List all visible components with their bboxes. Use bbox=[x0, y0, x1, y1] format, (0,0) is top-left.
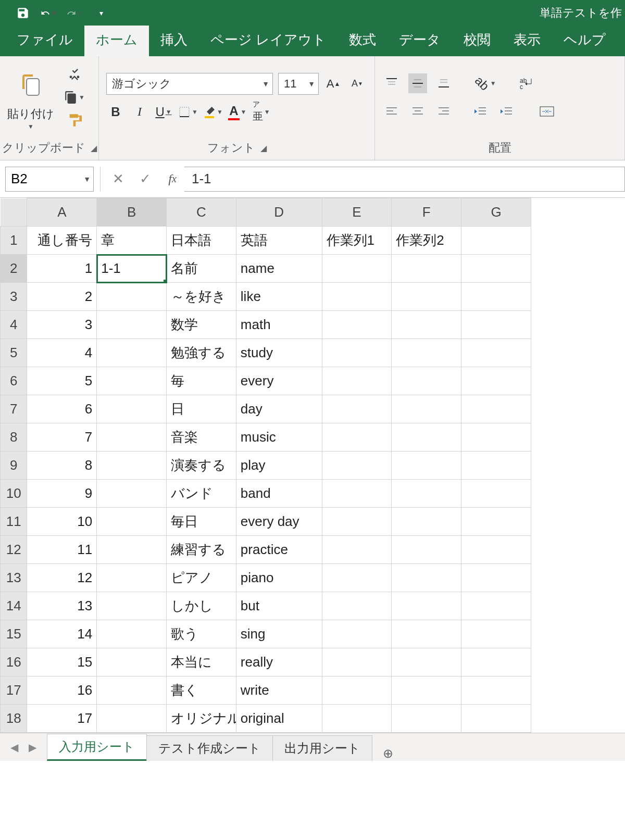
spreadsheet-grid[interactable]: ABCDEFG 1通し番号章日本語英語作業列1作業列2211-1名前name32… bbox=[0, 198, 625, 733]
cell[interactable]: math bbox=[236, 311, 322, 339]
column-header[interactable]: E bbox=[322, 198, 392, 227]
undo-button[interactable]: ▼ bbox=[41, 5, 57, 21]
increase-indent-button[interactable] bbox=[497, 102, 516, 121]
cell[interactable] bbox=[461, 648, 531, 676]
column-header[interactable]: G bbox=[461, 198, 531, 227]
cell[interactable] bbox=[392, 648, 461, 676]
decrease-indent-button[interactable] bbox=[471, 102, 490, 121]
row-header[interactable]: 16 bbox=[1, 648, 27, 676]
clipboard-launcher[interactable]: ◢ bbox=[91, 143, 97, 153]
cell[interactable]: study bbox=[236, 339, 322, 367]
cell[interactable] bbox=[97, 564, 167, 592]
fill-color-button[interactable]: ▼ bbox=[203, 102, 223, 122]
cell[interactable]: バンド bbox=[167, 480, 236, 508]
font-name-combo[interactable]: 游ゴシック▼ bbox=[106, 73, 273, 95]
align-left-button[interactable] bbox=[382, 102, 401, 121]
name-box[interactable] bbox=[5, 167, 94, 192]
cell[interactable]: but bbox=[236, 592, 322, 620]
cell[interactable]: 17 bbox=[27, 705, 97, 733]
row-header[interactable]: 14 bbox=[1, 592, 27, 620]
cell[interactable]: music bbox=[236, 423, 322, 452]
cell[interactable]: day bbox=[236, 395, 322, 423]
cell[interactable] bbox=[392, 676, 461, 705]
align-bottom-button[interactable] bbox=[434, 73, 453, 93]
cell[interactable]: 毎 bbox=[167, 367, 236, 395]
cell[interactable] bbox=[322, 564, 392, 592]
tab-view[interactable]: 表示 bbox=[502, 26, 552, 56]
cell[interactable]: every bbox=[236, 367, 322, 395]
tab-formulas[interactable]: 数式 bbox=[338, 26, 388, 56]
cell[interactable]: 13 bbox=[27, 592, 97, 620]
cell[interactable]: 演奏する bbox=[167, 452, 236, 480]
cell[interactable] bbox=[392, 564, 461, 592]
cell[interactable] bbox=[322, 620, 392, 648]
cell[interactable]: オリジナル bbox=[167, 705, 236, 733]
cell[interactable] bbox=[97, 452, 167, 480]
cell[interactable] bbox=[392, 705, 461, 733]
cell[interactable]: every day bbox=[236, 508, 322, 536]
cell[interactable]: 1 bbox=[27, 255, 97, 283]
redo-button[interactable]: ▼ bbox=[67, 5, 83, 21]
cell[interactable] bbox=[461, 227, 531, 255]
cell[interactable]: 5 bbox=[27, 367, 97, 395]
cell[interactable] bbox=[392, 480, 461, 508]
row-header[interactable]: 17 bbox=[1, 676, 27, 705]
column-header[interactable]: D bbox=[236, 198, 322, 227]
cell[interactable] bbox=[97, 311, 167, 339]
cell[interactable] bbox=[392, 283, 461, 311]
align-right-button[interactable] bbox=[434, 102, 453, 121]
cell[interactable]: 7 bbox=[27, 423, 97, 452]
cut-button[interactable] bbox=[63, 66, 86, 83]
row-header[interactable]: 15 bbox=[1, 620, 27, 648]
font-color-button[interactable]: A ▼ bbox=[228, 102, 247, 122]
cell[interactable]: really bbox=[236, 648, 322, 676]
row-header[interactable]: 6 bbox=[1, 367, 27, 395]
cell[interactable]: 作業列2 bbox=[392, 227, 461, 255]
cell[interactable]: 音楽 bbox=[167, 423, 236, 452]
cell[interactable] bbox=[461, 395, 531, 423]
row-header[interactable]: 2 bbox=[1, 255, 27, 283]
row-header[interactable]: 3 bbox=[1, 283, 27, 311]
borders-button[interactable]: ▼ bbox=[178, 102, 198, 122]
cell[interactable] bbox=[392, 508, 461, 536]
save-button[interactable] bbox=[15, 5, 31, 21]
cell[interactable] bbox=[461, 452, 531, 480]
cell[interactable] bbox=[322, 395, 392, 423]
phonetic-button[interactable]: ア亜 ▼ bbox=[252, 102, 271, 122]
cell[interactable] bbox=[322, 311, 392, 339]
tab-file[interactable]: ファイル bbox=[5, 26, 84, 56]
cell[interactable] bbox=[97, 283, 167, 311]
cell[interactable]: 4 bbox=[27, 339, 97, 367]
cell[interactable]: band bbox=[236, 480, 322, 508]
cell[interactable] bbox=[322, 255, 392, 283]
align-center-button[interactable] bbox=[408, 102, 427, 121]
cell[interactable] bbox=[322, 592, 392, 620]
cell[interactable] bbox=[392, 452, 461, 480]
cell[interactable] bbox=[322, 648, 392, 676]
cell[interactable] bbox=[322, 452, 392, 480]
customize-qat-button[interactable]: ▾ bbox=[93, 5, 109, 21]
sheet-tab-output[interactable]: 出力用シート bbox=[272, 735, 372, 761]
tab-review[interactable]: 校閲 bbox=[452, 26, 502, 56]
cell[interactable]: 英語 bbox=[236, 227, 322, 255]
cell[interactable]: 11 bbox=[27, 536, 97, 564]
cell[interactable] bbox=[392, 339, 461, 367]
cell[interactable]: 12 bbox=[27, 564, 97, 592]
cell[interactable] bbox=[322, 423, 392, 452]
cell[interactable] bbox=[461, 705, 531, 733]
tab-data[interactable]: データ bbox=[388, 26, 452, 56]
cell[interactable] bbox=[461, 620, 531, 648]
cell[interactable]: 10 bbox=[27, 508, 97, 536]
cell[interactable] bbox=[97, 536, 167, 564]
cell[interactable] bbox=[97, 480, 167, 508]
row-header[interactable]: 12 bbox=[1, 536, 27, 564]
cell[interactable]: ～を好き bbox=[167, 283, 236, 311]
tab-insert[interactable]: 挿入 bbox=[149, 26, 199, 56]
cell[interactable] bbox=[97, 367, 167, 395]
cell[interactable] bbox=[461, 367, 531, 395]
cell[interactable] bbox=[392, 311, 461, 339]
cell[interactable] bbox=[97, 592, 167, 620]
cell[interactable]: 3 bbox=[27, 311, 97, 339]
cell[interactable]: play bbox=[236, 452, 322, 480]
cell[interactable] bbox=[322, 367, 392, 395]
